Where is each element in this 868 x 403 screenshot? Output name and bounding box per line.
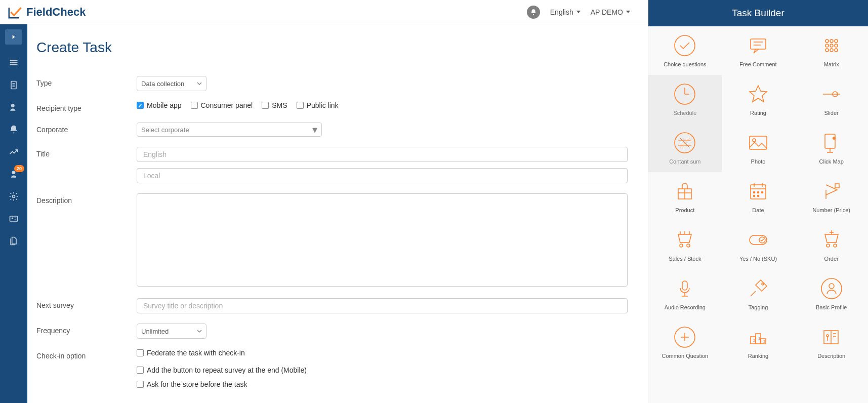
sidebar-item-people[interactable]: 20 bbox=[0, 163, 27, 185]
sidebar-item-users[interactable] bbox=[0, 96, 27, 118]
checkbox-ask-store[interactable]: Ask for the store before the task bbox=[137, 380, 628, 388]
svg-point-52 bbox=[680, 244, 683, 247]
svg-text:1: 1 bbox=[758, 336, 761, 341]
sidebar-item-dashboard[interactable] bbox=[0, 52, 27, 74]
checkbox-label: Public link bbox=[307, 101, 339, 109]
task-type-click-map[interactable]: Click Map bbox=[795, 124, 868, 172]
task-type-order[interactable]: Order bbox=[795, 221, 868, 269]
logo-icon bbox=[7, 5, 22, 20]
checkbox-federate[interactable]: Federate the task with check-in bbox=[137, 349, 628, 357]
next-survey-input[interactable] bbox=[137, 298, 628, 313]
task-type-contant-sum[interactable]: Contant sum bbox=[648, 124, 722, 172]
task-type-matrix[interactable]: Matrix bbox=[795, 26, 868, 75]
number-price--icon bbox=[820, 180, 843, 203]
notifications-button[interactable] bbox=[527, 6, 540, 19]
logo[interactable]: FieldCheck bbox=[7, 5, 86, 20]
task-type-label: Yes / No (SKU) bbox=[739, 256, 777, 262]
task-type-label: Product bbox=[675, 207, 694, 213]
checkbox-label: Add the button to repeat survey at the e… bbox=[147, 366, 307, 374]
type-select-value: Data collection bbox=[141, 80, 184, 88]
task-type-basic-profile[interactable]: Basic Profile bbox=[795, 269, 868, 318]
corporate-select[interactable]: Select corporate ▾ bbox=[137, 123, 322, 137]
sidebar-item-alerts[interactable] bbox=[0, 118, 27, 141]
audio-recording-icon bbox=[673, 277, 696, 300]
order-icon bbox=[820, 228, 843, 252]
svg-rect-33 bbox=[750, 136, 767, 149]
task-type-label: Common Question bbox=[662, 353, 708, 359]
sidebar-item-settings[interactable] bbox=[0, 185, 27, 208]
task-type-schedule[interactable]: Schedule bbox=[648, 75, 722, 124]
svg-rect-50 bbox=[835, 184, 839, 188]
checkbox-sms[interactable]: SMS bbox=[262, 101, 287, 109]
task-type-free-comment[interactable]: Free Comment bbox=[722, 26, 795, 75]
badge: 20 bbox=[14, 165, 24, 172]
chevron-right-icon bbox=[10, 33, 17, 41]
svg-rect-35 bbox=[825, 134, 835, 148]
task-type-label: Contant sum bbox=[669, 158, 700, 165]
svg-text:2: 2 bbox=[753, 338, 756, 343]
chevron-down-icon bbox=[197, 81, 202, 86]
corporate-select-value: Select corporate bbox=[141, 126, 189, 134]
task-type-photo[interactable]: Photo bbox=[722, 124, 795, 172]
caret-down-icon bbox=[626, 11, 630, 13]
files-icon bbox=[9, 236, 19, 246]
task-type-common-question[interactable]: Common Question bbox=[648, 318, 722, 367]
label-next-survey: Next survey bbox=[36, 298, 137, 309]
svg-point-8 bbox=[12, 171, 16, 174]
task-type-sales-stock[interactable]: Sales / Stock bbox=[648, 221, 722, 269]
label-recipient: Recipient type bbox=[36, 101, 137, 112]
user-icon bbox=[9, 102, 19, 112]
svg-rect-10 bbox=[10, 216, 18, 221]
choice-questions-icon bbox=[673, 34, 696, 57]
svg-rect-1 bbox=[10, 62, 18, 63]
title-en-input[interactable] bbox=[137, 147, 628, 162]
checkbox-repeat[interactable]: Add the button to repeat survey at the e… bbox=[137, 366, 628, 374]
sidebar-item-tasks[interactable] bbox=[0, 74, 27, 96]
task-type-tagging[interactable]: Tagging bbox=[722, 269, 795, 318]
description-textarea[interactable] bbox=[137, 193, 628, 287]
checkbox-label: Federate the task with check-in bbox=[147, 349, 245, 357]
title-local-input[interactable] bbox=[137, 168, 628, 183]
checkbox-public-link[interactable]: Public link bbox=[297, 101, 339, 109]
label-description: Description bbox=[36, 193, 137, 205]
svg-line-67 bbox=[751, 291, 756, 296]
task-type-description[interactable]: Description bbox=[795, 318, 868, 367]
svg-point-47 bbox=[761, 192, 763, 193]
language-dropdown[interactable]: English bbox=[550, 8, 581, 16]
id-card-icon bbox=[9, 214, 19, 224]
task-type-date[interactable]: Date bbox=[722, 172, 795, 221]
matrix-icon bbox=[820, 34, 843, 57]
sidebar-item-analytics[interactable] bbox=[0, 141, 27, 163]
svg-point-24 bbox=[825, 49, 829, 52]
svg-point-45 bbox=[753, 192, 755, 193]
task-builder-title: Task Builder bbox=[648, 0, 868, 26]
account-dropdown[interactable]: AP DEMO bbox=[591, 8, 630, 16]
task-type-yes-no-sku-[interactable]: Yes / No (SKU) bbox=[722, 221, 795, 269]
svg-point-9 bbox=[13, 195, 15, 198]
task-type-rating[interactable]: Rating bbox=[722, 75, 795, 124]
frequency-select[interactable]: Unlimited bbox=[137, 324, 206, 339]
chevron-down-icon bbox=[197, 329, 202, 334]
task-type-choice-questions[interactable]: Choice questions bbox=[648, 26, 722, 75]
type-select[interactable]: Data collection bbox=[137, 76, 206, 91]
checkbox-consumer-panel[interactable]: Consumer panel bbox=[191, 101, 253, 109]
sidebar-item-files[interactable] bbox=[0, 230, 27, 252]
label-title: Title bbox=[36, 147, 137, 158]
task-type-number-price-[interactable]: Number (Price) bbox=[795, 172, 868, 221]
sidebar-item-id[interactable] bbox=[0, 208, 27, 230]
svg-point-81 bbox=[826, 335, 829, 337]
caret-down-icon bbox=[576, 11, 581, 13]
sidebar-collapse-button[interactable] bbox=[5, 29, 22, 45]
checkbox-mobile-app[interactable]: Mobile app bbox=[137, 101, 182, 109]
svg-point-19 bbox=[830, 39, 833, 43]
task-type-audio-recording[interactable]: Audio Recording bbox=[648, 269, 722, 318]
slider-icon bbox=[820, 83, 843, 106]
checkbox-icon bbox=[262, 102, 269, 109]
chevron-down-icon: ▾ bbox=[312, 125, 317, 135]
task-type-product[interactable]: Product bbox=[648, 172, 722, 221]
product-icon bbox=[673, 180, 696, 203]
clipboard-icon bbox=[9, 80, 19, 90]
task-type-slider[interactable]: Slider bbox=[795, 75, 868, 124]
task-type-ranking[interactable]: 213Ranking bbox=[722, 318, 795, 367]
task-type-label: Description bbox=[817, 353, 845, 359]
